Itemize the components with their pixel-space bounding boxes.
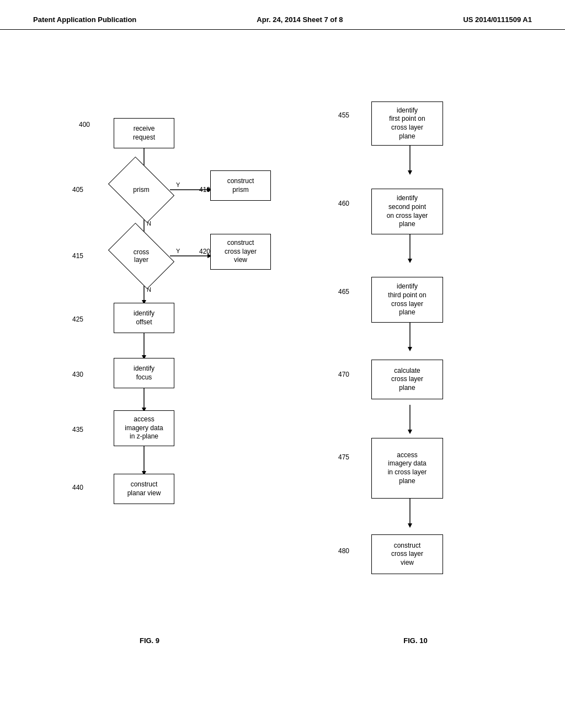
label-425: 425 — [72, 315, 83, 323]
box-access-imagery-zplane-text: accessimagery datain z-plane — [125, 415, 163, 441]
fig10-diagram: 455 identifyfirst point oncross layerpla… — [294, 52, 537, 631]
label-440: 440 — [72, 484, 83, 491]
label-455: 455 — [338, 111, 349, 119]
fig9-wrapper: N Y N Y — [28, 52, 271, 645]
box-construct-cross-layer: constructcross layerview — [210, 234, 271, 270]
box-access-imagery-cross: accessimagery datain cross layerplane — [371, 438, 443, 499]
box-access-imagery-cross-text: accessimagery datain cross layerplane — [388, 451, 427, 485]
box-identify-first: identifyfirst point oncross layerplane — [371, 101, 443, 146]
box-identify-third: identifythird point oncross layerplane — [371, 277, 443, 323]
header-center: Apr. 24, 2014 Sheet 7 of 8 — [257, 15, 343, 24]
label-420: 420 — [199, 248, 210, 255]
svg-text:Y: Y — [176, 181, 180, 188]
label-435: 435 — [72, 426, 83, 433]
label-415: 415 — [72, 252, 83, 260]
box-receive-request-text: receiverequest — [133, 125, 155, 142]
box-calculate: calculatecross layerplane — [371, 360, 443, 399]
svg-marker-21 — [408, 170, 412, 175]
box-identify-second-text: identifysecond pointon cross layerplane — [387, 194, 428, 228]
svg-marker-29 — [408, 523, 412, 528]
box-identify-offset: identifyoffset — [114, 303, 174, 333]
header-right: US 2014/0111509 A1 — [463, 15, 532, 24]
svg-marker-27 — [408, 430, 412, 434]
box-identify-offset-text: identifyoffset — [134, 309, 154, 326]
label-400: 400 — [79, 121, 90, 129]
box-access-imagery-zplane: accessimagery datain z-plane — [114, 410, 174, 446]
box-identify-focus-text: identifyfocus — [134, 365, 154, 382]
diamond-prism: prism — [114, 170, 169, 209]
label-430: 430 — [72, 371, 83, 378]
box-identify-second: identifysecond pointon cross layerplane — [371, 189, 443, 234]
diamond-cross-layer-text: crosslayer — [134, 248, 150, 264]
diamond-prism-text: prism — [133, 186, 149, 194]
box-construct-planar-text: constructplanar view — [127, 480, 161, 497]
diagrams-container: N Y N Y — [0, 41, 565, 656]
label-475: 475 — [338, 453, 349, 461]
box-construct-cross-layer-view-text: constructcross layerview — [391, 542, 423, 568]
label-480: 480 — [338, 547, 349, 555]
box-receive-request: receiverequest — [114, 118, 174, 148]
label-465: 465 — [338, 288, 349, 296]
fig10-wrapper: 455 identifyfirst point oncross layerpla… — [294, 52, 537, 645]
label-410: 410 — [199, 186, 210, 194]
box-construct-cross-layer-text: constructcross layerview — [225, 239, 257, 265]
svg-marker-25 — [408, 347, 412, 351]
box-identify-third-text: identifythird point oncross layerplane — [388, 282, 426, 317]
svg-marker-23 — [408, 259, 412, 263]
box-construct-prism-text: constructprism — [227, 177, 254, 194]
box-construct-prism: constructprism — [210, 170, 271, 201]
box-construct-planar: constructplanar view — [114, 474, 174, 504]
svg-text:Y: Y — [176, 248, 180, 254]
fig10-label: FIG. 10 — [294, 636, 537, 645]
label-405: 405 — [72, 186, 83, 194]
diamond-cross-layer: crosslayer — [114, 237, 169, 275]
label-470: 470 — [338, 371, 349, 378]
page-header: Patent Application Publication Apr. 24, … — [0, 0, 565, 30]
label-460: 460 — [338, 200, 349, 207]
box-construct-cross-layer-view: constructcross layerview — [371, 534, 443, 574]
fig9-label: FIG. 9 — [28, 636, 271, 645]
box-identify-focus: identifyfocus — [114, 358, 174, 388]
box-calculate-text: calculatecross layerplane — [391, 367, 423, 393]
header-left: Patent Application Publication — [33, 15, 136, 24]
fig9-diagram: N Y N Y — [28, 52, 271, 631]
box-identify-first-text: identifyfirst point oncross layerplane — [389, 106, 425, 141]
